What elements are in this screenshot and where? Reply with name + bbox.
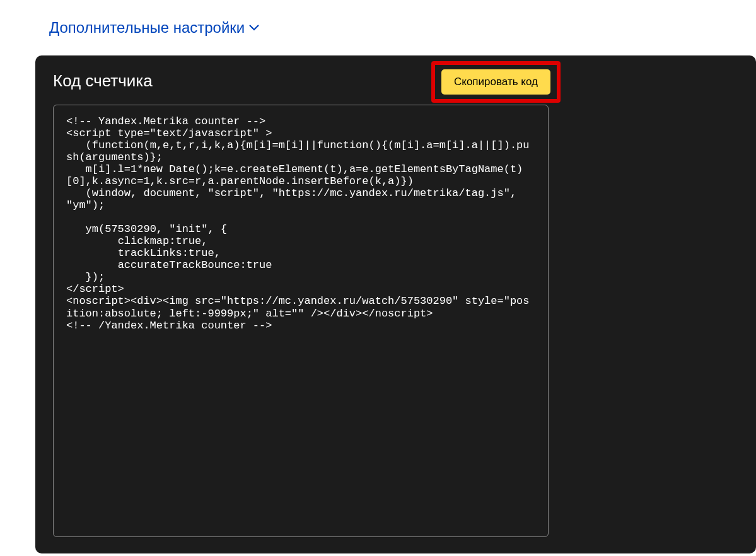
counter-code-header: Код счетчика Скопировать код (53, 71, 738, 91)
copy-code-button[interactable]: Скопировать код (441, 69, 550, 95)
counter-code-panel: Код счетчика Скопировать код <!-- Yandex… (35, 55, 756, 553)
additional-settings-label: Дополнительные настройки (49, 19, 245, 37)
copy-button-highlight: Скопировать код (431, 61, 561, 103)
counter-code-title: Код счетчика (53, 71, 153, 91)
code-display-container[interactable]: <!-- Yandex.Metrika counter --> <script … (53, 105, 549, 537)
additional-settings-toggle[interactable]: Дополнительные настройки (0, 0, 756, 55)
counter-code-text: <!-- Yandex.Metrika counter --> <script … (66, 115, 535, 332)
chevron-down-icon (248, 22, 260, 33)
